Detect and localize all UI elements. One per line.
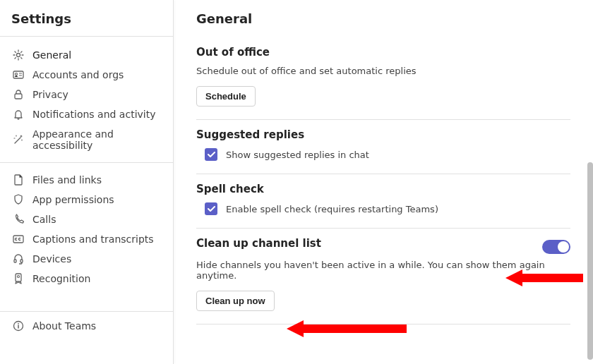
section-cleanup-channel-list: Clean up channel list Hide channels you …: [196, 229, 570, 324]
cleanup-now-button[interactable]: Clean up now: [196, 291, 275, 311]
sidebar-item-recognition[interactable]: Recognition: [0, 269, 173, 289]
sidebar-title: Settings: [0, 0, 173, 37]
checkbox-checked-icon[interactable]: [205, 202, 217, 215]
bell-icon: [13, 109, 24, 120]
page-title: General: [196, 0, 570, 37]
sidebar-item-label: Devices: [32, 253, 71, 265]
schedule-button[interactable]: Schedule: [196, 86, 256, 107]
cleanup-toggle[interactable]: [542, 240, 570, 254]
sidebar-item-label: Calls: [32, 214, 56, 225]
sidebar-item-label: General: [32, 49, 71, 61]
checkbox-label: Show suggested replies in chat: [226, 150, 369, 160]
sidebar-item-general[interactable]: General: [0, 45, 173, 65]
suggested-replies-checkbox-row[interactable]: Show suggested replies in chat: [196, 148, 570, 161]
settings-sidebar: Settings GeneralAccounts and orgsPrivacy…: [0, 0, 174, 364]
sidebar-item-calls[interactable]: Calls: [0, 210, 173, 229]
sidebar-item-files[interactable]: Files and links: [0, 170, 173, 190]
wand-icon: [13, 134, 24, 145]
sidebar-item-captions[interactable]: Captions and transcripts: [0, 229, 173, 249]
section-desc: Hide channels you haven't been active in…: [196, 260, 570, 281]
settings-window: Settings GeneralAccounts and orgsPrivacy…: [0, 0, 593, 364]
headset-icon: [13, 253, 24, 265]
sidebar-item-label: App permissions: [32, 194, 114, 205]
sidebar-item-label: Accounts and orgs: [32, 69, 124, 80]
sidebar-item-label: Recognition: [32, 273, 90, 284]
info-icon: [13, 320, 24, 332]
checkbox-label: Enable spell check (requires restarting …: [226, 204, 438, 214]
checkbox-checked-icon[interactable]: [205, 148, 217, 161]
shield-icon: [13, 194, 24, 205]
sidebar-item-label: Captions and transcripts: [32, 233, 154, 245]
id-card-icon: [13, 69, 24, 80]
section-heading: Out of office: [196, 46, 570, 59]
sidebar-item-label: Privacy: [32, 89, 68, 100]
sidebar-item-apppermissions[interactable]: App permissions: [0, 190, 173, 210]
scrollbar[interactable]: [587, 162, 593, 360]
section-desc: Schedule out of office and set automatic…: [196, 66, 570, 76]
section-heading: Suggested replies: [196, 128, 570, 141]
file-icon: [13, 174, 24, 186]
settings-main: General Out of office Schedule out of of…: [174, 0, 593, 364]
spell-check-checkbox-row[interactable]: Enable spell check (requires restarting …: [196, 202, 570, 215]
sidebar-item-privacy[interactable]: Privacy: [0, 85, 173, 104]
section-out-of-office: Out of office Schedule out of office and…: [196, 37, 570, 120]
sidebar-item-about[interactable]: About Teams: [0, 316, 173, 336]
nav-group: GeneralAccounts and orgsPrivacyNotificat…: [0, 45, 173, 163]
sidebar-footer: About Teams: [0, 311, 173, 364]
section-heading: Spell check: [196, 183, 570, 195]
lock-icon: [13, 89, 24, 100]
section-heading: Clean up channel list: [196, 237, 321, 250]
sidebar-item-label: Files and links: [32, 174, 102, 186]
sidebar-item-appearance[interactable]: Appearance and accessibility: [0, 124, 173, 155]
sidebar-item-accounts[interactable]: Accounts and orgs: [0, 65, 173, 85]
section-spell-check: Spell check Enable spell check (requires…: [196, 174, 570, 229]
sidebar-item-label: Notifications and activity: [32, 109, 155, 120]
sidebar-item-label: Appearance and accessibility: [32, 128, 160, 151]
cc-icon: [13, 233, 24, 245]
sidebar-item-devices[interactable]: Devices: [0, 249, 173, 269]
sidebar-item-label: About Teams: [32, 320, 96, 332]
badge-icon: [13, 273, 24, 284]
nav-group: Files and linksApp permissionsCallsCapti…: [0, 170, 173, 296]
gear-icon: [13, 49, 24, 61]
sidebar-item-notifications[interactable]: Notifications and activity: [0, 104, 173, 124]
phone-icon: [13, 214, 24, 225]
settings-nav: GeneralAccounts and orgsPrivacyNotificat…: [0, 37, 173, 311]
section-suggested-replies: Suggested replies Show suggested replies…: [196, 120, 570, 174]
